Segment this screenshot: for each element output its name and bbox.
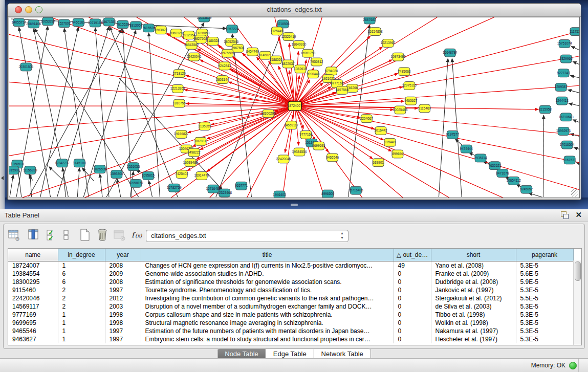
graph-node[interactable]: 8813054: [129, 21, 143, 30]
horizontal-splitter-handle[interactable]: [291, 204, 298, 206]
graph-node[interactable]: 8215958: [539, 105, 552, 114]
cell-pagerank[interactable]: 5.9E-5: [516, 278, 573, 286]
cell-pagerank[interactable]: 5.3E-5: [516, 335, 573, 343]
citation-edge-red[interactable]: [9, 23, 295, 106]
cell-short[interactable]: de Silva et al. (2003): [431, 302, 516, 311]
graph-node[interactable]: 9242843: [218, 62, 231, 70]
citation-edge-red[interactable]: [9, 106, 295, 164]
table-row[interactable]: 946554611997Estimation of the future num…: [8, 327, 573, 335]
citation-edge-black[interactable]: [49, 167, 62, 180]
column-header-name[interactable]: name: [8, 249, 58, 261]
citation-edge-red[interactable]: [295, 106, 538, 110]
graph-node[interactable]: 10958157: [128, 179, 143, 187]
graph-node[interactable]: 10653287: [40, 17, 55, 26]
graph-node[interactable]: 5912954: [183, 31, 196, 39]
graph-node[interactable]: 9465546: [326, 154, 339, 162]
graph-node[interactable]: 1588520: [270, 56, 283, 64]
graph-node[interactable]: 9329966: [560, 55, 573, 63]
cell-name[interactable]: 22420046: [8, 294, 58, 302]
graph-node[interactable]: 8471676: [496, 169, 509, 178]
cell-in_degree[interactable]: 2: [58, 294, 105, 302]
cell-short[interactable]: Dudbridge et al. (2008): [431, 278, 516, 286]
graph-node[interactable]: 18640910: [292, 40, 307, 49]
graph-node[interactable]: 2887682: [363, 17, 377, 24]
cell-out_degree[interactable]: 0: [394, 311, 431, 319]
cell-title[interactable]: Structural magnetic resonance image aver…: [141, 319, 394, 327]
float-panel-icon[interactable]: [561, 211, 569, 219]
cell-year[interactable]: 1997: [105, 335, 141, 343]
column-visibility-icon[interactable]: [27, 228, 41, 243]
left-splitter-strip[interactable]: [0, 0, 5, 209]
cell-short[interactable]: Hescheler et al. (1997): [431, 335, 516, 343]
graph-node[interactable]: 22420046: [187, 53, 202, 61]
cell-name[interactable]: 9699695: [8, 319, 58, 327]
graph-node[interactable]: 1209387: [555, 83, 568, 92]
graph-node[interactable]: 1125449: [271, 27, 284, 35]
graph-node[interactable]: 14569117: [284, 121, 299, 129]
graph-node[interactable]: 7485063: [398, 68, 411, 76]
graph-node[interactable]: 1946403: [273, 191, 287, 198]
graph-node[interactable]: 20301506: [18, 63, 33, 71]
cell-year[interactable]: 2008: [105, 261, 141, 270]
graph-node[interactable]: 887831: [195, 137, 206, 145]
cell-year[interactable]: 1998: [105, 311, 141, 319]
graph-node[interactable]: 1810755: [173, 99, 186, 107]
close-panel-icon[interactable]: ✕: [575, 210, 582, 220]
cell-short[interactable]: Franke et al. (2009): [431, 270, 516, 278]
graph-node[interactable]: 8996500: [321, 190, 335, 198]
cell-year[interactable]: 2003: [105, 302, 141, 311]
cell-name[interactable]: 9777169: [8, 311, 58, 319]
column-header-pagerank[interactable]: pagerank: [516, 249, 573, 261]
column-settings-icon[interactable]: ⚙: [8, 228, 22, 243]
tab-network-table[interactable]: Network Table: [314, 349, 371, 359]
citation-edge-black[interactable]: [573, 61, 579, 67]
graph-node[interactable]: 19166827: [174, 130, 189, 138]
cell-in_degree[interactable]: 1: [58, 261, 105, 270]
graph-node[interactable]: 16782759: [167, 184, 182, 192]
graph-node[interactable]: 22420046: [276, 155, 291, 163]
graph-node[interactable]: 15716485: [349, 186, 363, 194]
cell-year[interactable]: 2008: [105, 278, 141, 286]
table-row[interactable]: 1938455462009Genome-wide association stu…: [8, 270, 573, 278]
memory-ok-indicator[interactable]: [569, 362, 577, 369]
graph-node[interactable]: 1117531: [570, 28, 579, 36]
graph-node[interactable]: 16053809: [197, 17, 212, 22]
cell-pagerank[interactable]: 5.3E-5: [516, 327, 573, 335]
cell-title[interactable]: Corpus callosum shape and size in male p…: [141, 311, 394, 319]
cell-short[interactable]: Yano et al. (2008): [431, 261, 516, 270]
citation-edge-black[interactable]: [570, 76, 579, 79]
splitter-collapse-arrow-icon[interactable]: [1, 176, 4, 180]
cell-in_degree[interactable]: 1: [58, 335, 105, 343]
graph-node[interactable]: 7632621: [488, 162, 502, 170]
cell-in_degree[interactable]: 2: [58, 302, 105, 311]
graph-node[interactable]: 14055714: [12, 18, 27, 27]
graph-node[interactable]: 7615526: [116, 20, 129, 29]
cell-out_degree[interactable]: 0: [394, 270, 431, 278]
graph-node[interactable]: 12325419: [281, 33, 296, 41]
cell-title[interactable]: Investigating the contribution of common…: [141, 294, 394, 302]
graph-node[interactable]: 1527602: [58, 19, 71, 28]
graph-node[interactable]: 9699695: [312, 142, 325, 150]
graph-node[interactable]: 7425402: [176, 170, 189, 179]
graph-node[interactable]: 12213967: [381, 39, 396, 48]
graph-node[interactable]: 7663822: [155, 26, 168, 34]
cell-name[interactable]: 19384554: [8, 270, 58, 278]
graph-node[interactable]: 7857224: [226, 25, 239, 33]
citation-edge-red[interactable]: [295, 106, 541, 198]
cell-out_degree[interactable]: 0: [394, 294, 431, 302]
cell-in_degree[interactable]: 6: [58, 270, 105, 278]
graph-node[interactable]: 9115460: [418, 104, 431, 113]
cell-short[interactable]: Jankovic et al. (1997): [431, 286, 516, 294]
graph-node[interactable]: 1016442: [375, 127, 388, 135]
cell-out_degree[interactable]: 0: [394, 335, 431, 343]
citation-edge-black[interactable]: [543, 115, 543, 197]
select-all-icon[interactable]: ✓✓: [46, 228, 60, 243]
graph-node[interactable]: 12213363: [170, 85, 185, 93]
cell-title[interactable]: Tourette syndrome. Phenomenology and cla…: [141, 286, 394, 294]
graph-node[interactable]: 9197577: [446, 130, 460, 139]
cell-out_degree[interactable]: 0: [394, 286, 431, 294]
citation-edge-black[interactable]: [576, 163, 579, 165]
citation-edge-black[interactable]: [571, 46, 579, 53]
graph-node[interactable]: 12342737: [55, 159, 70, 167]
graph-node[interactable]: 9474444: [460, 145, 473, 153]
